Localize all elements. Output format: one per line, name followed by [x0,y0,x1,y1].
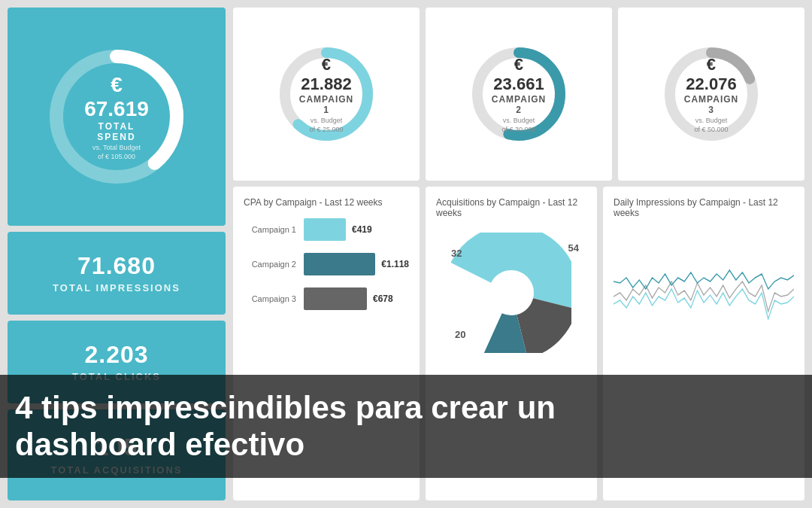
campaign-3-name: CAMPAIGN 3 [684,94,738,115]
impressions-label: TOTAL IMPRESSIONS [53,282,180,294]
campaign-2-sub1: vs. Budget [492,117,546,124]
campaign-1-sub2: of € 25.000 [299,126,353,133]
campaign-3-amount: € 22.076 [684,55,738,94]
campaign-2-sub2: of € 30.000 [492,126,546,133]
campaign-3-sub1: vs. Budget [684,117,738,124]
cpa-chart-title: CPA by Campaign - Last 12 weeks [244,197,409,208]
bar-label-3: Campaign 3 [244,294,304,303]
overlay-text: 4 tips imprescindibles para crear un das… [0,375,812,478]
bar-track-2: €1.118 [304,253,409,275]
pie-svg [451,233,571,353]
total-spend-amount: € 67.619 [79,73,154,121]
pie-label-32: 32 [451,248,462,259]
campaign-2-card: € 23.661 CAMPAIGN 2 vs. Budget of € 30.0… [426,8,612,181]
bar-track-3: €678 [304,287,409,310]
campaign-2-text: € 23.661 CAMPAIGN 2 vs. Budget of € 30.0… [492,55,546,133]
campaign-2-amount: € 23.661 [492,55,546,94]
bar-label-2: Campaign 2 [244,260,304,269]
line-chart-svg [614,229,794,327]
line-chart-title: Daily Impressions by Campaign - Last 12 … [614,197,794,218]
campaign-1-text: € 21.882 CAMPAIGN 1 vs. Budget of € 25.0… [299,55,353,133]
campaign-1-sub1: vs. Budget [299,117,353,124]
campaign-2-donut: € 23.661 CAMPAIGN 2 vs. Budget of € 30.0… [466,41,571,147]
pie-chart-title: Acquisitions by Campaign - Last 12 weeks [436,197,586,218]
bar-fill-3 [304,287,367,310]
campaign-3-sub2: of € 50.000 [684,126,738,133]
impressions-number: 71.680 [77,253,156,279]
bar-track-1: €419 [304,218,409,241]
overlay-line2: dashboard efectivo [15,427,304,462]
campaign-3-card: € 22.076 CAMPAIGN 3 vs. Budget of € 50.0… [618,8,804,181]
campaign-3-text: € 22.076 CAMPAIGN 3 vs. Budget of € 50.0… [684,55,738,133]
bar-label-1: Campaign 1 [244,225,304,234]
total-spend-card: € 67.619 TOTAL SPEND vs. Total Budget of… [8,8,226,226]
campaign-2-name: CAMPAIGN 2 [492,94,546,115]
bar-fill-1 [304,218,346,241]
bar-value-1: €419 [352,224,372,235]
campaign-1-donut: € 21.882 CAMPAIGN 1 vs. Budget of € 25.0… [274,41,379,147]
impressions-card: 71.680 TOTAL IMPRESSIONS [8,232,226,315]
bar-value-3: €678 [373,294,393,304]
total-spend-sub2: of € 105.000 [79,153,154,160]
bar-row-1: Campaign 1 €419 [244,218,409,241]
line-chart-area [614,229,794,327]
campaign-1-name: CAMPAIGN 1 [299,94,353,115]
overlay-line1: 4 tips imprescindibles para crear un [15,390,556,425]
total-spend-sub1: vs. Total Budget [79,144,154,151]
bar-row-2: Campaign 2 €1.118 [244,253,409,275]
clicks-number: 2.203 [84,342,148,368]
campaign-row: € 21.882 CAMPAIGN 1 vs. Budget of € 25.0… [233,8,804,181]
bar-fill-2 [304,253,375,275]
total-spend-donut: € 67.619 TOTAL SPEND vs. Total Budget of… [41,41,192,192]
pie-label-20: 20 [455,329,465,340]
total-spend-label: TOTAL SPEND [79,121,154,142]
pie-label-54: 54 [568,242,579,254]
bar-value-2: €1.118 [381,259,409,269]
campaign-3-donut: € 22.076 CAMPAIGN 3 vs. Budget of € 50.0… [659,41,764,147]
campaign-1-amount: € 21.882 [299,55,353,94]
total-spend-text: € 67.619 TOTAL SPEND vs. Total Budget of… [79,73,154,160]
campaign-1-card: € 21.882 CAMPAIGN 1 vs. Budget of € 25.0… [233,8,420,181]
bar-row-3: Campaign 3 €678 [244,287,409,310]
